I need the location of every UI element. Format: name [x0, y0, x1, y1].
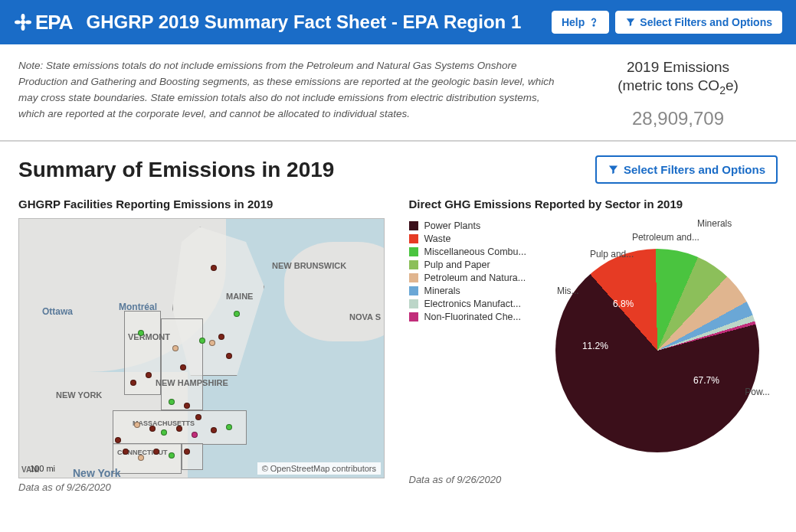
svg-point-4	[25, 21, 31, 24]
page-header: EPA GHGRP 2019 Summary Fact Sheet - EPA …	[0, 0, 796, 44]
legend-label: Minerals	[424, 286, 460, 296]
map-label: NEW HAMPSHIRE	[156, 378, 228, 387]
legend-item[interactable]: Miscellaneous Combu...	[409, 246, 526, 257]
note-row: Note: State emissions totals do not incl…	[0, 44, 796, 142]
emissions-total-box: 2019 Emissions (metric tons CO2e) 28,909…	[578, 58, 778, 129]
emissions-unit-sub: 2	[719, 83, 726, 96]
legend-label: Petroleum and Natura...	[424, 273, 526, 283]
emissions-unit-pre: (metric tons CO	[617, 77, 719, 93]
legend-item[interactable]: Minerals	[409, 286, 526, 296]
state-connecticut	[113, 443, 182, 474]
map-data-asof: Data as of 9/26/2020	[18, 481, 388, 493]
slice-pct-11-2: 11.2%	[582, 341, 608, 351]
help-label: Help	[562, 16, 585, 28]
state-emissions-note: Note: State emissions totals do not incl…	[18, 58, 563, 129]
filter-icon	[625, 17, 636, 28]
slice-label-misc: Mis...	[557, 286, 579, 296]
legend-label: Waste	[424, 233, 451, 244]
map-scale: 100 mi	[30, 464, 55, 473]
emissions-title-1: 2019 Emissions	[578, 58, 778, 77]
map-attribution[interactable]: © OpenStreetMap contributors	[257, 462, 381, 475]
legend-swatch	[409, 247, 418, 256]
legend-item[interactable]: Waste	[409, 233, 526, 244]
map-label: NOVA S	[349, 312, 381, 321]
filters-button-summary[interactable]: Select Filters and Options	[595, 155, 778, 184]
filter-icon	[608, 164, 619, 175]
legend-label: Miscellaneous Combu...	[424, 246, 526, 257]
summary-header: Summary of Emissions in 2019 Select Filt…	[0, 142, 796, 187]
legend-swatch	[409, 234, 418, 243]
epa-flower-icon	[14, 13, 32, 31]
pie-chart-row: Power PlantsWasteMiscellaneous Combu...P…	[409, 218, 778, 471]
help-button[interactable]: Help	[552, 11, 609, 34]
legend-swatch	[409, 312, 418, 321]
legend-label: Electronics Manufact...	[424, 299, 521, 309]
slice-label-pulp: Pulp and...	[590, 249, 634, 259]
page-title: GHGRP 2019 Summary Fact Sheet - EPA Regi…	[87, 11, 552, 33]
summary-heading: Summary of Emissions in 2019	[18, 158, 595, 182]
legend-label: Non-Fluorinated Che...	[424, 312, 521, 322]
map-label: MASSACHUSETTS	[133, 419, 195, 427]
filters-label: Select Filters and Options	[640, 16, 772, 28]
legend-item[interactable]: Electronics Manufact...	[409, 299, 526, 309]
legend-swatch	[409, 221, 418, 230]
map-label: VERMONT	[128, 332, 170, 341]
map-label: MAINE	[226, 292, 253, 301]
map-city: New York	[73, 467, 121, 478]
logo-text: EPA	[35, 11, 73, 34]
svg-point-2	[21, 24, 25, 31]
map-label: NEW YORK	[56, 390, 102, 400]
epa-logo: EPA	[14, 11, 73, 34]
pie-legend: Power PlantsWasteMiscellaneous Combu...P…	[409, 218, 526, 471]
header-buttons: Help Select Filters and Options	[552, 11, 782, 34]
legend-item[interactable]: Power Plants	[409, 220, 526, 231]
legend-label: Pulp and Paper	[424, 259, 490, 270]
svg-point-1	[21, 14, 25, 20]
svg-point-3	[15, 21, 21, 24]
slice-label-power: Pow...	[745, 387, 770, 397]
pie-column: Direct GHG Emissions Reported by Sector …	[409, 187, 778, 493]
slice-pct-6-8: 6.8%	[613, 299, 634, 309]
pie-data-asof: Data as of 9/26/2020	[409, 474, 778, 485]
svg-point-0	[21, 20, 25, 24]
legend-swatch	[409, 299, 418, 308]
legend-item[interactable]: Pulp and Paper	[409, 259, 526, 270]
map-title: GHGRP Facilities Reporting Emissions in …	[18, 197, 388, 211]
question-icon	[588, 17, 599, 28]
map-column: GHGRP Facilities Reporting Emissions in …	[18, 187, 388, 493]
emissions-value: 28,909,709	[578, 108, 778, 129]
pie-title: Direct GHG Emissions Reported by Sector …	[409, 197, 778, 211]
legend-item[interactable]: Petroleum and Natura...	[409, 273, 526, 283]
emissions-unit-post: e)	[726, 77, 739, 93]
map-label: NEW BRUNSWICK	[272, 261, 346, 270]
legend-item[interactable]: Non-Fluorinated Che...	[409, 312, 526, 322]
filters-label: Select Filters and Options	[624, 163, 765, 176]
pie-chart[interactable]: Pow... Minerals Petroleum and... Pulp an…	[532, 218, 770, 471]
filters-button-header[interactable]: Select Filters and Options	[615, 11, 782, 34]
slice-label-petroleum: Petroleum and...	[632, 232, 699, 243]
emissions-title-2: (metric tons CO2e)	[578, 77, 778, 96]
legend-swatch	[409, 260, 418, 269]
slice-pct-67-7: 67.7%	[693, 375, 719, 386]
slice-label-minerals: Minerals	[697, 218, 732, 229]
facilities-map[interactable]: NEW BRUNSWICK NOVA S MAINE VERMONT NEW H…	[18, 218, 385, 478]
map-city: Ottawa	[42, 306, 73, 317]
state-rhode-island	[182, 443, 203, 470]
legend-label: Power Plants	[424, 220, 481, 231]
svg-point-5	[594, 24, 595, 26]
map-city: Montréal	[119, 302, 157, 312]
content-row: GHGRP Facilities Reporting Emissions in …	[0, 187, 796, 501]
legend-swatch	[409, 286, 418, 295]
map-land	[284, 242, 385, 341]
legend-swatch	[409, 273, 418, 282]
